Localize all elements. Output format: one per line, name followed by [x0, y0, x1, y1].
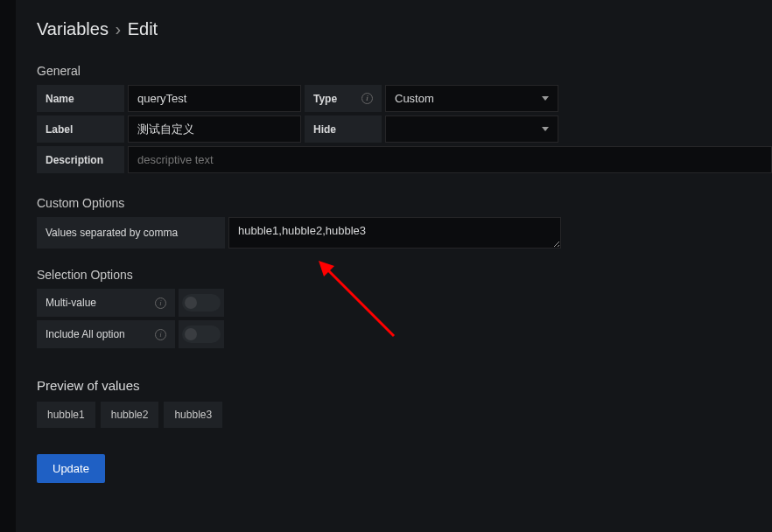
include-all-toggle-wrap — [179, 320, 224, 348]
breadcrumb-root[interactable]: Variables — [37, 19, 109, 38]
hide-select[interactable] — [385, 116, 558, 143]
chevron-down-icon — [542, 96, 549, 101]
multi-value-toggle-wrap — [179, 289, 224, 317]
values-label: Values separated by comma — [37, 217, 225, 248]
info-icon[interactable]: i — [155, 329, 166, 340]
page-title: Variables › Edit — [37, 19, 772, 39]
description-input[interactable] — [128, 146, 772, 173]
update-button[interactable]: Update — [37, 454, 105, 483]
include-all-toggle[interactable] — [182, 326, 221, 343]
preview-chip: hubble2 — [101, 402, 159, 428]
name-input[interactable] — [128, 85, 301, 112]
multi-value-toggle[interactable] — [182, 294, 221, 312]
section-custom-options: Custom Options — [37, 196, 772, 210]
section-general: General — [37, 64, 772, 78]
label-label: Label — [37, 116, 124, 143]
type-select[interactable]: Custom — [385, 85, 558, 112]
breadcrumb-separator: › — [113, 19, 123, 38]
include-all-text: Include All option — [46, 328, 125, 340]
type-select-value: Custom — [395, 92, 434, 105]
name-label: Name — [37, 85, 124, 112]
hide-label: Hide — [305, 116, 382, 143]
chevron-down-icon — [542, 127, 549, 131]
label-input[interactable] — [128, 116, 301, 143]
info-icon[interactable]: i — [361, 93, 373, 104]
type-label-text: Type — [313, 93, 337, 105]
include-all-label: Include All option i — [37, 320, 175, 348]
description-label: Description — [37, 146, 124, 173]
info-icon[interactable]: i — [155, 298, 166, 309]
type-label: Type i — [305, 85, 382, 112]
left-sidebar-stub — [0, 0, 16, 532]
multi-value-text: Multi-value — [46, 297, 96, 309]
section-selection-options: Selection Options — [37, 268, 772, 282]
preview-chip: hubble1 — [37, 402, 95, 428]
custom-values-input[interactable] — [228, 217, 561, 248]
multi-value-label: Multi-value i — [37, 289, 175, 317]
breadcrumb-leaf: Edit — [128, 19, 158, 38]
preview-values: hubble1 hubble2 hubble3 — [37, 402, 772, 428]
section-preview: Preview of values — [37, 378, 772, 393]
preview-chip: hubble3 — [164, 402, 222, 428]
hide-label-text: Hide — [313, 123, 336, 136]
